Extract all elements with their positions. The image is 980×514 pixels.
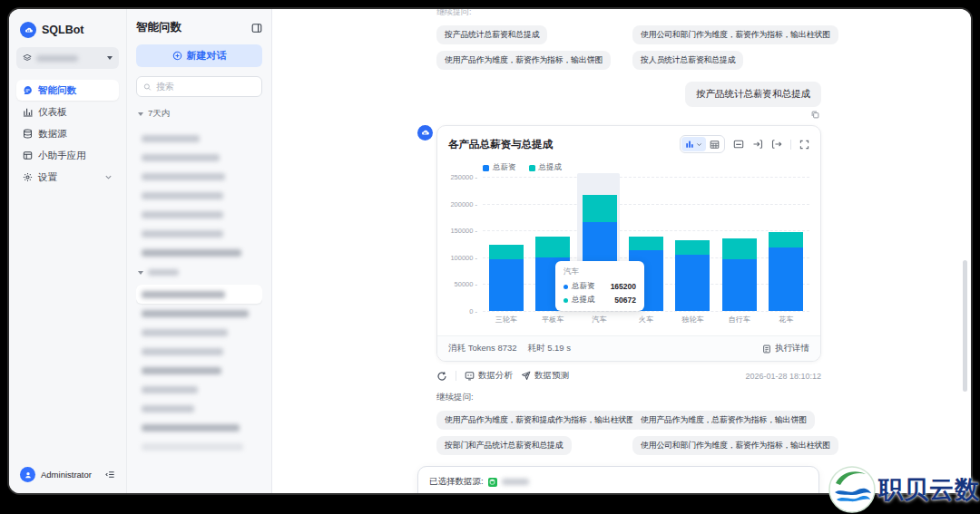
- search-input[interactable]: [156, 82, 255, 92]
- conversation-item[interactable]: [136, 186, 262, 205]
- chart-plot[interactable]: [483, 177, 809, 311]
- regenerate-icon[interactable]: [436, 371, 447, 382]
- conversation-item[interactable]: [136, 304, 262, 323]
- y-tick-label: 150000 -: [450, 227, 477, 235]
- conversation-item[interactable]: [136, 323, 262, 342]
- suggestion-chip[interactable]: 按部门和产品统计总薪资和总提成: [436, 436, 572, 455]
- conversation-item[interactable]: [136, 167, 262, 186]
- collapse-sidebar-icon[interactable]: [105, 470, 115, 480]
- new-chat-button[interactable]: 新建对话: [136, 44, 262, 67]
- user-message: 按产品统计总薪资和总提成: [685, 82, 821, 107]
- sidebar: SQLBot 智能问数 仪表板 数据源 小助手应用: [9, 9, 127, 493]
- message-timestamp: 2026-01-28 18:10:12: [745, 372, 821, 381]
- sidebar-item-settings[interactable]: 设置: [16, 167, 119, 188]
- workspace-icon: [23, 53, 32, 63]
- chart-view-button[interactable]: [681, 137, 706, 151]
- conversation-group-earlier[interactable]: [138, 269, 262, 276]
- save-image-icon[interactable]: [733, 139, 744, 150]
- chart-card: 各产品总薪资与总提成: [436, 125, 821, 362]
- suggestion-chip[interactable]: 按产品统计总薪资和总提成: [436, 25, 547, 44]
- conversation-item[interactable]: [136, 418, 262, 437]
- document-icon: [762, 344, 771, 354]
- x-axis-labels: 三轮车平板车汽车火车独轮车自行车花车: [483, 315, 809, 325]
- suggestion-chip[interactable]: 使用产品作为维度，总薪资作为指标，输出饼图: [632, 411, 815, 430]
- user-account[interactable]: Administrator: [16, 463, 119, 486]
- chat-main: 继续提问: 按产品统计总薪资和总提成 使用公司和部门作为维度，薪资作为指标，输出…: [272, 9, 971, 493]
- conversation-item[interactable]: [136, 361, 262, 380]
- table-icon: [710, 140, 720, 150]
- x-tick-label: 花车: [763, 315, 809, 325]
- suggestion-chip[interactable]: 使用产品作为维度，薪资作为指标，输出饼图: [436, 51, 611, 70]
- collapse-panel-icon[interactable]: [251, 23, 262, 34]
- chevron-down-icon: [107, 56, 113, 60]
- sidebar-item-qa[interactable]: 智能问数: [16, 80, 119, 101]
- chart-tooltip: 汽车 总薪资165200 总提成50672: [555, 261, 644, 311]
- conversation-item[interactable]: [136, 399, 262, 418]
- data-analysis-button[interactable]: 数据分析: [465, 370, 513, 382]
- data-predict-button[interactable]: 数据预测: [521, 370, 569, 382]
- conversation-item[interactable]: [136, 437, 262, 456]
- user-name: Administrator: [41, 470, 92, 480]
- suggestion-chip[interactable]: 使用公司和部门作为维度，薪资作为指标，输出柱状图: [632, 25, 838, 44]
- table-view-button[interactable]: [706, 137, 723, 151]
- message-actions: 数据分析 数据预测 2026-01-28 18:10:12: [436, 370, 821, 382]
- conversation-item[interactable]: [136, 342, 262, 361]
- conversation-item[interactable]: [136, 224, 262, 243]
- bar-三轮车[interactable]: [489, 245, 524, 311]
- chevron-down-icon: [696, 141, 702, 148]
- chart-meta: 消耗 Tokens 8732 耗时 5.19 s 执行详情: [437, 335, 820, 361]
- suggestion-chip[interactable]: 使用公司和部门作为维度，薪资作为指标，输出柱状图: [632, 436, 838, 455]
- chat-icon: [23, 85, 33, 95]
- x-tick-label: 自行车: [716, 315, 762, 325]
- sidebar-item-assistant[interactable]: 小助手应用: [16, 145, 119, 166]
- chevron-down-icon: [104, 173, 113, 181]
- conversation-item[interactable]: [136, 129, 262, 148]
- legend-item[interactable]: 总提成: [529, 162, 563, 173]
- caret-down-icon: [138, 271, 143, 275]
- chart-title: 各产品总薪资与总提成: [448, 138, 553, 151]
- bar-独轮车[interactable]: [675, 240, 710, 311]
- conversation-item-selected[interactable]: [136, 285, 262, 304]
- suggestion-chip[interactable]: 使用产品作为维度，薪资和提成作为指标，输出柱状图: [436, 411, 642, 430]
- conversation-item[interactable]: [136, 148, 262, 167]
- open-in-icon[interactable]: [771, 139, 782, 150]
- bar-自行车[interactable]: [722, 238, 757, 312]
- export-icon[interactable]: [752, 139, 763, 150]
- watermark-text: 职贝云数: [878, 473, 980, 506]
- scrollbar-thumb[interactable]: [963, 260, 967, 392]
- legend-item[interactable]: 总薪资: [483, 162, 516, 173]
- sidebar-item-label: 设置: [38, 171, 57, 184]
- sidebar-item-label: 数据源: [38, 128, 67, 141]
- copy-icon[interactable]: [811, 111, 819, 119]
- search-box[interactable]: [136, 76, 262, 97]
- fullscreen-icon[interactable]: [799, 140, 809, 150]
- conversation-item[interactable]: [136, 380, 262, 399]
- datasource-name-redacted: [502, 479, 529, 485]
- tooltip-category: 汽车: [564, 267, 636, 277]
- series-dot: [564, 298, 568, 303]
- y-tick-label: 100000 -: [450, 253, 477, 261]
- suggestion-chip[interactable]: 按人员统计总薪资和总提成: [632, 51, 743, 70]
- workspace-selector[interactable]: [16, 47, 119, 69]
- y-tick-label: 200000 -: [450, 199, 477, 208]
- conversation-list: [136, 129, 262, 493]
- conversation-item[interactable]: [136, 243, 262, 262]
- sidebar-item-dashboard[interactable]: 仪表板: [16, 102, 119, 122]
- bar-花车[interactable]: [769, 232, 803, 311]
- bar-chart-icon: [685, 140, 694, 149]
- sqlbot-logo-icon: [20, 22, 36, 38]
- chat-input-box[interactable]: 已选择数据源: 按下 Enter 提交问题, 或使用 Ctrl + Enter …: [417, 466, 819, 493]
- elapsed-time: 耗时 5.19 s: [528, 343, 572, 354]
- conversation-group-7days[interactable]: 7天内: [138, 108, 262, 120]
- dashboard-icon: [23, 107, 33, 117]
- execution-detail-link[interactable]: 执行详情: [762, 343, 809, 354]
- conversation-item[interactable]: [136, 205, 262, 224]
- watermark: 职贝云数: [828, 465, 980, 514]
- sidebar-item-label: 仪表板: [38, 106, 67, 119]
- x-tick-label: 三轮车: [483, 315, 529, 325]
- plus-circle-icon: [172, 51, 182, 61]
- sidebar-item-datasource[interactable]: 数据源: [16, 123, 119, 144]
- caret-down-icon: [138, 112, 143, 116]
- chart-legend: 总薪资总提成: [483, 162, 820, 173]
- x-tick-label: 汽车: [576, 315, 622, 325]
